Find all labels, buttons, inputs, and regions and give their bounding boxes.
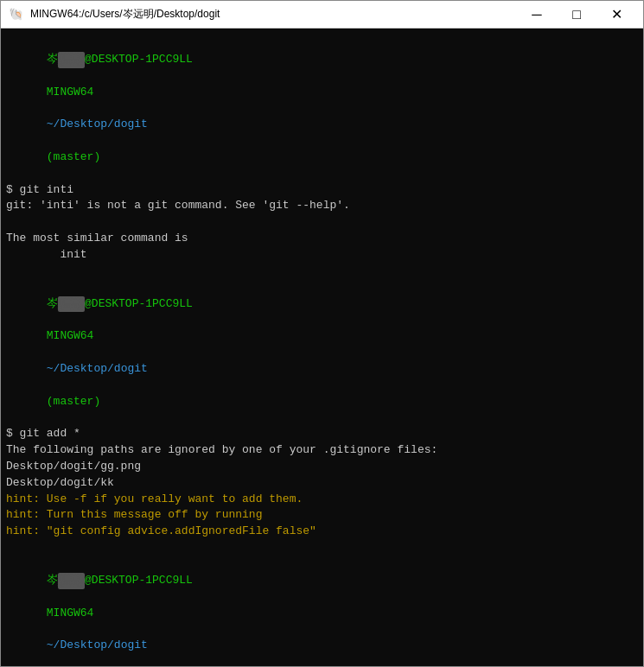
terminal-window: 🐚 MINGW64:/c/Users/岑远明/Desktop/dogit ─ □… <box>0 0 644 667</box>
command-line: $ git add * <box>6 426 638 442</box>
prompt-user: 岑▒▒▒▒@DESKTOP-1PCC9LL <box>47 297 193 310</box>
prompt-line: 岑▒▒▒▒@DESKTOP-1PCC9LL MINGW64 ~/Desktop/… <box>6 35 638 182</box>
terminal-body[interactable]: 岑▒▒▒▒@DESKTOP-1PCC9LL MINGW64 ~/Desktop/… <box>1 29 643 666</box>
output-line: The following paths are ignored by one o… <box>6 442 638 459</box>
prompt-path: ~/Desktop/dogit <box>47 362 148 375</box>
output-line: git: 'inti' is not a git command. See 'g… <box>6 198 638 214</box>
prompt-space2 <box>47 101 54 114</box>
blank-line <box>6 214 638 231</box>
minimize-button[interactable]: ─ <box>517 1 557 29</box>
window-title: MINGW64:/c/Users/岑远明/Desktop/dogit <box>30 7 517 22</box>
redacted-user: ▒▒▒▒ <box>58 296 85 313</box>
prompt-path: ~/Desktop/dogit <box>47 638 148 651</box>
prompt-user: 岑▒▒▒▒@DESKTOP-1PCC9LL <box>47 53 193 66</box>
redacted-user: ▒▒▒▒ <box>58 573 85 589</box>
window-controls: ─ □ ✕ <box>517 1 636 29</box>
prompt-branch: (master) <box>47 150 100 163</box>
titlebar: 🐚 MINGW64:/c/Users/岑远明/Desktop/dogit ─ □… <box>1 1 643 29</box>
command-line: $ git inti <box>6 182 638 199</box>
prompt-shell: MINGW64 <box>47 86 94 98</box>
prompt-path: ~/Desktop/dogit <box>47 118 148 130</box>
hint-line: hint: Turn this message off by running <box>6 507 638 524</box>
blank-line <box>6 264 638 280</box>
prompt-user: 岑▒▒▒▒@DESKTOP-1PCC9LL <box>47 574 193 587</box>
redacted-user: ▒▒▒▒ <box>58 52 85 68</box>
prompt-space <box>47 69 54 82</box>
output-line: Desktop/dogit/kk <box>6 475 638 492</box>
prompt-line: 岑▒▒▒▒@DESKTOP-1PCC9LL MINGW64 ~/Desktop/… <box>6 556 638 666</box>
prompt-branch: (master) <box>47 395 100 408</box>
window-icon: 🐚 <box>8 7 23 22</box>
prompt-line: 岑▒▒▒▒@DESKTOP-1PCC9LL MINGW64 ~/Desktop/… <box>6 280 638 427</box>
hint-line: hint: Use -f if you really want to add t… <box>6 492 638 508</box>
close-button[interactable]: ✕ <box>596 1 636 29</box>
output-line: init <box>6 247 638 264</box>
prompt-shell: MINGW64 <box>47 329 94 342</box>
output-line: Desktop/dogit/gg.png <box>6 459 638 475</box>
prompt-shell: MINGW64 <box>47 607 94 619</box>
blank-line <box>6 540 638 556</box>
output-line: The most similar command is <box>6 231 638 247</box>
maximize-button[interactable]: □ <box>557 1 596 29</box>
prompt-space3 <box>47 134 54 147</box>
hint-line: hint: "git config advice.addIgnoredFile … <box>6 524 638 540</box>
